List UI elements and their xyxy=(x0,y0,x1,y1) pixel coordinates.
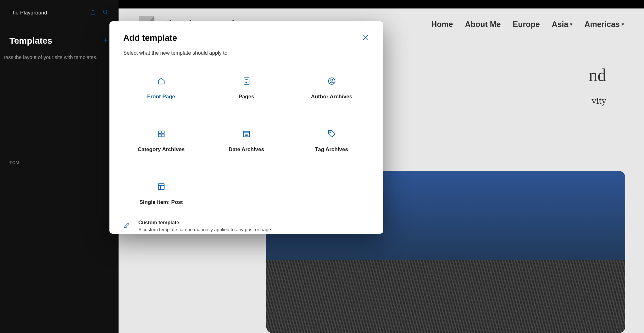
template-label: Pages xyxy=(238,94,254,100)
home-icon xyxy=(157,77,166,87)
template-label: Category Archives xyxy=(138,146,185,153)
modal-subtitle: Select what the new template should appl… xyxy=(123,50,369,56)
list-item[interactable] xyxy=(9,99,109,111)
grid-icon xyxy=(157,129,166,139)
template-option-category-archives[interactable]: Category Archives xyxy=(123,121,199,161)
list-item[interactable] xyxy=(9,168,109,181)
template-list: TOM xyxy=(9,74,109,219)
chevron-down-icon: ▾ xyxy=(570,22,572,27)
svg-point-10 xyxy=(246,134,247,134)
close-icon[interactable] xyxy=(361,34,369,43)
pencil-icon xyxy=(123,220,131,230)
template-grid: Front Page Pages Author Archives Categor… xyxy=(123,68,369,214)
svg-rect-16 xyxy=(158,184,164,190)
custom-section-heading: TOM xyxy=(9,149,109,168)
svg-rect-4 xyxy=(158,131,161,134)
template-label: Single item: Post xyxy=(140,199,183,205)
svg-point-13 xyxy=(246,135,247,136)
svg-point-9 xyxy=(245,134,246,134)
templates-heading: Templates xyxy=(9,36,52,46)
template-option-single-post[interactable]: Single item: Post xyxy=(123,173,199,214)
template-label: Tag Archives xyxy=(315,146,348,153)
svg-rect-7 xyxy=(162,134,164,137)
hero-headline: nd xyxy=(589,65,606,85)
site-name[interactable]: The Playground xyxy=(9,10,47,16)
svg-point-15 xyxy=(330,132,330,133)
add-template-icon[interactable] xyxy=(102,37,109,45)
svg-rect-5 xyxy=(162,131,164,134)
editor-sidebar: The Playground Templates ress the layout… xyxy=(0,0,119,333)
list-item[interactable] xyxy=(9,181,109,194)
layout-icon xyxy=(157,182,166,192)
list-item[interactable] xyxy=(9,86,109,99)
svg-point-0 xyxy=(103,10,107,14)
hero-subline: vity xyxy=(589,95,606,106)
template-label: Author Archives xyxy=(311,94,353,100)
templates-description: ress the layout of your site with templa… xyxy=(4,55,109,60)
template-option-tag-archives[interactable]: Tag Archives xyxy=(294,121,369,161)
modal-title: Add template xyxy=(123,33,177,43)
template-option-pages[interactable]: Pages xyxy=(208,68,284,109)
custom-template-title: Custom template xyxy=(138,220,272,226)
template-label: Front Page xyxy=(147,94,175,100)
list-item[interactable] xyxy=(9,136,109,149)
search-icon[interactable] xyxy=(102,9,109,17)
svg-point-12 xyxy=(245,135,246,136)
nav-home[interactable]: Home xyxy=(431,20,453,29)
page-icon xyxy=(242,77,251,87)
add-template-modal: Add template Select what the new templat… xyxy=(109,21,383,234)
person-icon xyxy=(327,77,336,87)
list-item[interactable] xyxy=(9,206,109,219)
svg-point-3 xyxy=(330,79,333,81)
list-item[interactable] xyxy=(9,124,109,136)
list-item[interactable] xyxy=(9,194,109,206)
template-option-author-archives[interactable]: Author Archives xyxy=(294,68,369,109)
nav-europe[interactable]: Europe xyxy=(513,20,540,29)
chevron-down-icon: ▾ xyxy=(622,22,624,27)
list-item[interactable] xyxy=(9,74,109,86)
svg-rect-6 xyxy=(158,134,161,137)
custom-template-row[interactable]: Custom template A custom template can be… xyxy=(123,214,369,232)
hero-text: nd vity xyxy=(589,65,606,106)
custom-template-desc: A custom template can be manually applie… xyxy=(138,227,272,232)
calendar-icon xyxy=(242,129,251,139)
template-option-front-page[interactable]: Front Page xyxy=(123,68,199,109)
tag-icon xyxy=(327,129,336,139)
sidebar-top-row: The Playground xyxy=(9,9,109,17)
template-label: Date Archives xyxy=(229,146,264,153)
list-item[interactable] xyxy=(9,111,109,124)
template-option-date-archives[interactable]: Date Archives xyxy=(208,121,284,161)
svg-point-11 xyxy=(247,134,248,134)
nav-about[interactable]: About Me xyxy=(465,20,501,29)
svg-point-14 xyxy=(247,135,248,136)
nav-asia[interactable]: Asia▾ xyxy=(552,20,573,29)
share-icon[interactable] xyxy=(90,9,97,17)
primary-nav: Home About Me Europe Asia▾ Americas▾ xyxy=(431,20,624,29)
nav-americas[interactable]: Americas▾ xyxy=(584,20,624,29)
